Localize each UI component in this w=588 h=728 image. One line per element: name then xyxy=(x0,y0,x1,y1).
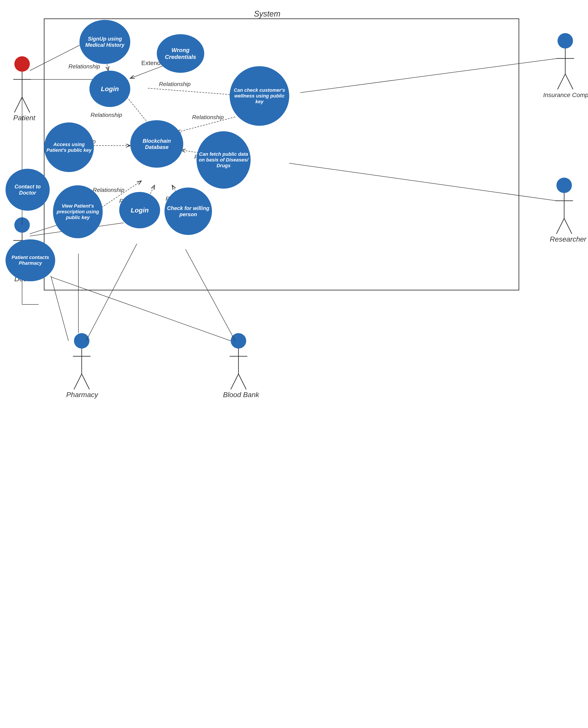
svg-line-4 xyxy=(14,97,22,112)
rel-signup-login: Relationship xyxy=(68,63,100,70)
svg-line-38 xyxy=(177,117,235,132)
patient-pharmacy-ellipse: Patient contacts Pharmacy xyxy=(5,239,55,281)
blockchain-ellipse: Blockchain Database xyxy=(130,120,183,168)
rel-login-cancheck: Relationship xyxy=(159,81,191,87)
system-label: System xyxy=(254,9,280,18)
researcher-label: Researcher xyxy=(550,235,587,243)
rel-view-blockchain: Relationship xyxy=(93,186,124,193)
svg-line-36 xyxy=(148,88,234,95)
login-bottom-ellipse: Login xyxy=(119,192,160,228)
svg-line-35 xyxy=(127,97,150,126)
researcher-head xyxy=(556,178,572,193)
pharmacy-label: Pharmacy xyxy=(66,391,99,399)
doctor-head xyxy=(14,217,30,233)
diagram-container: System Patient Insurance Company Doctor xyxy=(0,0,588,728)
svg-line-20 xyxy=(74,374,82,389)
rel-login-blockchain: Relationship xyxy=(90,112,122,118)
svg-line-17 xyxy=(564,218,572,234)
contact-doctor-ellipse: Contact to Doctor xyxy=(5,169,50,211)
svg-line-47 xyxy=(51,277,231,341)
wrong-credentials-ellipse: Wrong Credentials xyxy=(157,34,204,73)
access-pubkey-ellipse: Access using Patient's public key xyxy=(44,123,94,172)
svg-line-46 xyxy=(51,276,68,341)
svg-line-24 xyxy=(231,374,238,389)
svg-line-34 xyxy=(300,59,558,93)
connections-svg: System Patient Insurance Company Doctor xyxy=(0,0,588,728)
svg-line-49 xyxy=(186,249,235,341)
check-willing-ellipse: Check for willing person xyxy=(165,187,212,235)
svg-line-5 xyxy=(22,97,30,112)
svg-line-21 xyxy=(82,374,89,389)
svg-line-9 xyxy=(565,74,573,89)
login-top-ellipse: Login xyxy=(89,71,130,107)
svg-line-48 xyxy=(86,244,137,341)
insurance-label: Insurance Company xyxy=(543,92,588,98)
signup-ellipse: SignUp using Medical History xyxy=(80,20,130,64)
view-prescription-ellipse: View Patient's prescription using public… xyxy=(53,185,103,238)
svg-line-44 xyxy=(30,225,57,234)
rel-cancheck-blockchain: Relationship xyxy=(192,114,224,120)
patient-actor-head xyxy=(14,56,30,72)
svg-line-16 xyxy=(556,218,564,234)
patient-label: Patient xyxy=(13,114,36,122)
svg-line-39 xyxy=(289,163,556,201)
can-check-ellipse: Can check customer's wellness using publ… xyxy=(230,66,289,126)
can-fetch-ellipse: Can fetch public data on basis of Diseas… xyxy=(196,131,251,189)
svg-line-25 xyxy=(238,374,246,389)
svg-line-26 xyxy=(30,42,86,71)
insurance-head xyxy=(558,33,573,48)
pharmacy-head xyxy=(74,333,89,349)
svg-line-8 xyxy=(558,74,565,89)
bloodbank-head xyxy=(231,333,246,349)
bloodbank-label: Blood Bank xyxy=(223,391,260,399)
